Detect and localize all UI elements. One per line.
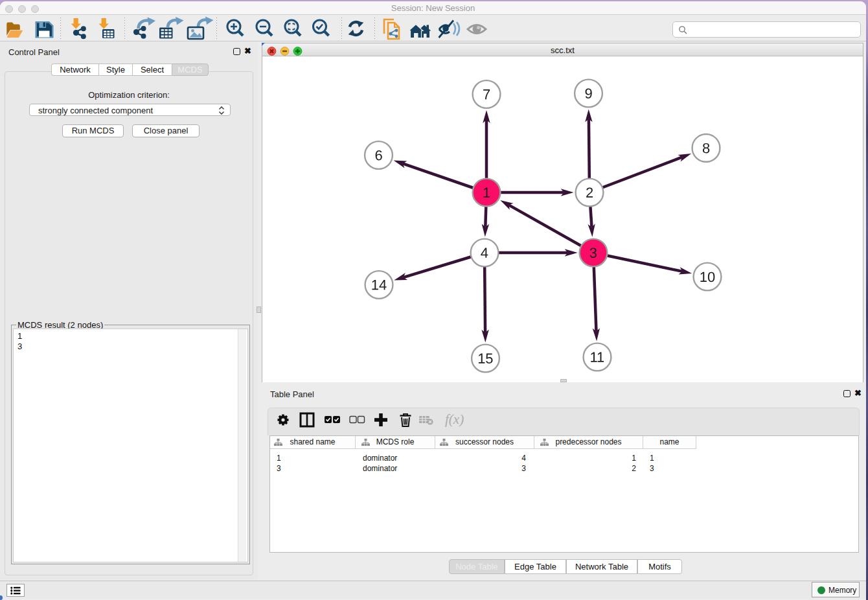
svg-text:3: 3	[589, 245, 597, 261]
svg-text:10: 10	[700, 269, 715, 285]
svg-text:1: 1	[483, 185, 490, 201]
svg-text:9: 9	[584, 86, 592, 102]
svg-text:6: 6	[374, 147, 382, 163]
svg-text:15: 15	[477, 351, 493, 367]
svg-text:7: 7	[483, 86, 490, 102]
svg-text:11: 11	[589, 349, 604, 365]
svg-text:f(x): f(x)	[445, 411, 464, 427]
svg-text:8: 8	[702, 140, 710, 156]
svg-text:4: 4	[481, 245, 488, 261]
svg-text:14: 14	[371, 277, 387, 293]
svg-text:2: 2	[586, 185, 593, 201]
